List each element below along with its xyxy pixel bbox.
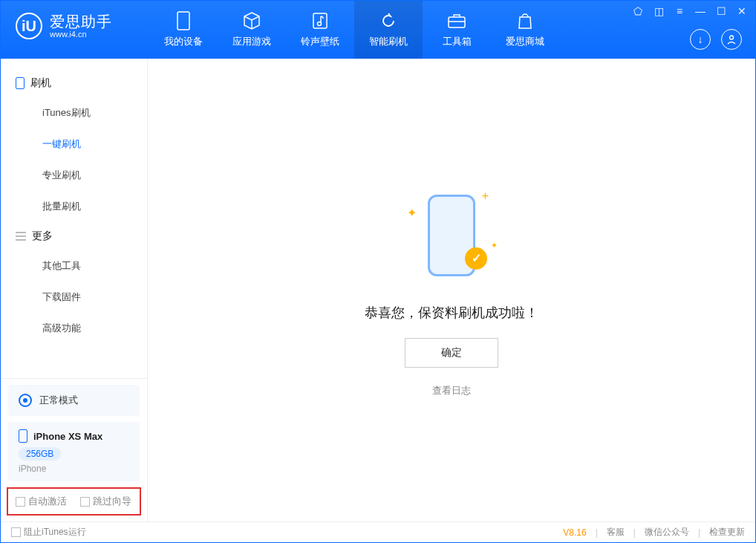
sidebar-item-pro-flash[interactable]: 专业刷机: [1, 160, 147, 191]
sidebar-item-oneclick-flash[interactable]: 一键刷机: [1, 129, 147, 160]
success-message: 恭喜您，保资料刷机成功啦！: [365, 304, 538, 322]
header-right-icons: ↓: [690, 29, 742, 50]
skip-guide-checkbox[interactable]: 跳过向导: [80, 495, 131, 508]
refresh-icon: [379, 11, 398, 30]
mode-card[interactable]: 正常模式: [8, 385, 140, 416]
check-update-link[interactable]: 检查更新: [709, 526, 745, 539]
cube-icon: [242, 11, 261, 30]
auto-activate-checkbox[interactable]: 自动激活: [16, 495, 67, 508]
nav-toolbox[interactable]: 工具箱: [423, 1, 491, 59]
device-icon: [174, 11, 193, 30]
sidebar-group-more: 更多: [1, 222, 147, 250]
toolbox-icon: [447, 11, 466, 30]
titlebar: iU 爱思助手 www.i4.cn 我的设备 应用游戏 铃声壁纸 智能刷机: [1, 1, 755, 59]
sparkle-icon: ✦: [491, 241, 498, 250]
svg-point-2: [318, 22, 322, 26]
sidebar-item-batch-flash[interactable]: 批量刷机: [1, 191, 147, 222]
svg-rect-3: [449, 17, 465, 27]
hamburger-icon: [16, 232, 26, 241]
device-card[interactable]: iPhone XS Max 256GB iPhone: [8, 422, 140, 481]
version-label: V8.16: [563, 527, 586, 538]
sidebar: 刷机 iTunes刷机 一键刷机 专业刷机 批量刷机 更多 其他工具 下载固件 …: [1, 59, 148, 521]
nav-flash[interactable]: 智能刷机: [354, 1, 423, 59]
nav-apps[interactable]: 应用游戏: [218, 1, 286, 59]
sparkle-icon: +: [482, 189, 489, 203]
download-icon[interactable]: ↓: [690, 29, 711, 50]
minimize-icon[interactable]: —: [694, 5, 706, 17]
logo-icon: iU: [16, 13, 42, 39]
success-illustration: ✦ + ✦ ✓: [400, 183, 504, 287]
shirt-icon[interactable]: ⬠: [632, 5, 644, 17]
app-url: www.i4.cn: [50, 30, 112, 39]
block-itunes-checkbox[interactable]: 阻止iTunes运行: [11, 526, 86, 539]
bag-icon: [515, 11, 535, 30]
nav-store[interactable]: 爱思商城: [491, 1, 559, 59]
music-icon: [310, 11, 330, 30]
sidebar-item-other-tools[interactable]: 其他工具: [1, 250, 147, 282]
app-window: iU 爱思助手 www.i4.cn 我的设备 应用游戏 铃声壁纸 智能刷机: [0, 0, 756, 543]
sidebar-item-download-firmware[interactable]: 下载固件: [1, 282, 147, 313]
sparkle-icon: ✦: [407, 206, 417, 220]
options-box: 自动激活 跳过向导: [7, 487, 141, 516]
window-controls: ⬠ ◫ ≡ — ☐ ✕: [632, 5, 748, 17]
svg-point-5: [730, 36, 734, 39]
device-name: iPhone XS Max: [33, 431, 102, 442]
check-badge-icon: ✓: [465, 247, 487, 270]
ok-button[interactable]: 确定: [405, 338, 498, 368]
device-type: iPhone: [19, 464, 129, 474]
lock-icon[interactable]: ◫: [653, 5, 665, 17]
main-body: 刷机 iTunes刷机 一键刷机 专业刷机 批量刷机 更多 其他工具 下载固件 …: [1, 59, 755, 521]
menu-icon[interactable]: ≡: [674, 5, 685, 17]
navbar: 我的设备 应用游戏 铃声壁纸 智能刷机 工具箱 爱思商城: [149, 1, 559, 59]
app-name: 爱思助手: [50, 13, 112, 30]
maximize-icon[interactable]: ☐: [715, 5, 727, 17]
wechat-link[interactable]: 微信公众号: [645, 526, 689, 539]
content-area: ✦ + ✦ ✓ 恭喜您，保资料刷机成功啦！ 确定 查看日志: [148, 59, 755, 521]
sidebar-item-itunes-flash[interactable]: iTunes刷机: [1, 97, 147, 129]
sidebar-item-advanced[interactable]: 高级功能: [1, 313, 147, 344]
capacity-badge: 256GB: [19, 447, 61, 461]
statusbar: 阻止iTunes运行 V8.16 | 客服 | 微信公众号 | 检查更新: [1, 521, 755, 542]
mode-icon: [19, 394, 32, 407]
customer-service-link[interactable]: 客服: [607, 526, 625, 539]
sidebar-group-flash: 刷机: [1, 69, 147, 97]
mode-label: 正常模式: [39, 394, 78, 407]
phone-icon: [19, 429, 27, 443]
user-icon[interactable]: [721, 29, 742, 50]
view-log-link[interactable]: 查看日志: [432, 384, 471, 397]
nav-ringtones[interactable]: 铃声壁纸: [286, 1, 354, 59]
logo: iU 爱思助手 www.i4.cn: [1, 1, 149, 39]
nav-my-device[interactable]: 我的设备: [149, 1, 218, 59]
sidebar-bottom: 正常模式 iPhone XS Max 256GB iPhone 自动激活 跳过向…: [1, 378, 147, 521]
close-icon[interactable]: ✕: [736, 5, 748, 17]
phone-icon: [16, 77, 25, 89]
svg-rect-0: [177, 12, 189, 30]
